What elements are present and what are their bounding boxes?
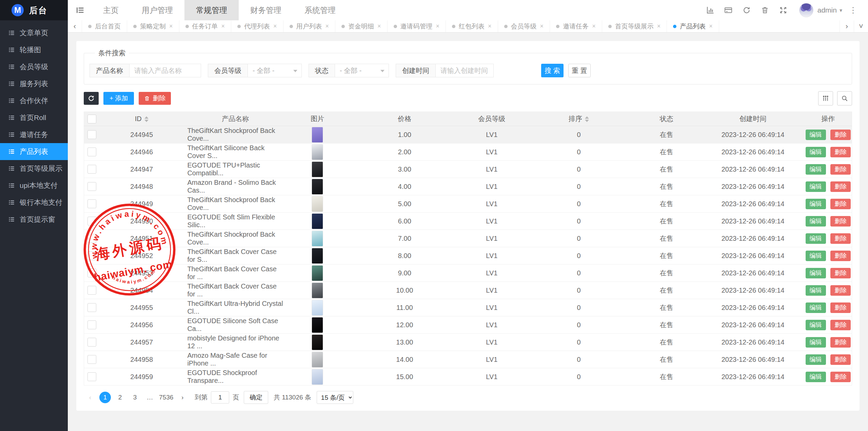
delete-row-button[interactable]: 删除 [830, 216, 851, 227]
product-image[interactable] [312, 196, 323, 212]
reset-button[interactable]: 重 置 [568, 64, 591, 77]
delete-button[interactable]: 删除 [139, 92, 171, 105]
tab-close-icon[interactable]: × [436, 23, 440, 30]
tab-close-icon[interactable]: × [592, 23, 596, 30]
delete-row-button[interactable]: 删除 [830, 302, 851, 313]
product-image[interactable] [312, 352, 323, 368]
sidebar-item[interactable]: 邀请任务 [0, 126, 68, 143]
delete-row-button[interactable]: 删除 [830, 164, 851, 175]
row-checkbox[interactable] [87, 165, 96, 174]
delete-row-button[interactable]: 删除 [830, 372, 851, 382]
page-number[interactable]: 7536 [159, 392, 173, 403]
sidebar-item[interactable]: 会员等级 [0, 58, 68, 75]
delete-row-button[interactable]: 删除 [830, 268, 851, 278]
tab[interactable]: 后台首页 [82, 20, 127, 32]
refresh-icon[interactable] [737, 6, 756, 14]
sidebar-item[interactable]: 服务列表 [0, 75, 68, 92]
tab[interactable]: 会员等级 × [498, 20, 550, 32]
product-image[interactable] [312, 179, 323, 195]
edit-row-button[interactable]: 编辑 [806, 181, 826, 192]
row-checkbox[interactable] [87, 286, 96, 295]
sidebar-item[interactable]: 首页等级展示 [0, 160, 68, 177]
row-checkbox[interactable] [87, 251, 96, 260]
delete-row-button[interactable]: 删除 [830, 199, 851, 209]
avatar[interactable] [799, 3, 813, 17]
edit-row-button[interactable]: 编辑 [806, 147, 826, 157]
tab[interactable]: 用户列表 × [283, 20, 336, 32]
edit-row-button[interactable]: 编辑 [806, 302, 826, 313]
tab-close-icon[interactable]: × [273, 23, 277, 30]
fullscreen-icon[interactable] [774, 6, 792, 14]
refresh-table-button[interactable] [84, 92, 99, 105]
tab-close-icon[interactable]: × [377, 23, 381, 30]
delete-row-button[interactable]: 删除 [830, 320, 851, 330]
product-image[interactable] [312, 248, 323, 264]
edit-row-button[interactable]: 编辑 [806, 251, 826, 261]
product-image[interactable] [312, 161, 323, 177]
tab[interactable]: 产品列表 × [667, 20, 719, 32]
topnav-item[interactable]: 财务管理 [239, 0, 293, 20]
edit-row-button[interactable]: 编辑 [806, 130, 826, 140]
tab[interactable]: 邀请任务 × [550, 20, 602, 32]
tab[interactable]: 邀请码管理 × [388, 20, 446, 32]
page-size-select[interactable]: 15 条/页 [317, 391, 353, 404]
sort-icon[interactable] [144, 116, 149, 122]
tab[interactable]: 资金明细 × [335, 20, 388, 32]
tabs-scroll-right-icon[interactable]: › [840, 20, 854, 32]
row-checkbox[interactable] [87, 338, 96, 347]
created-time-input[interactable] [435, 64, 494, 77]
edit-row-button[interactable]: 编辑 [806, 233, 826, 244]
row-checkbox[interactable] [87, 372, 96, 381]
page-number[interactable]: 1 [99, 392, 111, 403]
sidebar-item[interactable]: 银行本地支付 [0, 194, 68, 211]
status-select[interactable]: - 全部 - [335, 64, 389, 77]
tab-close-icon[interactable]: × [540, 23, 544, 30]
tabs-menu-icon[interactable]: ˅ [854, 20, 868, 32]
row-checkbox[interactable] [87, 130, 96, 139]
page-number[interactable]: 2 [114, 392, 126, 403]
edit-row-button[interactable]: 编辑 [806, 320, 826, 330]
row-checkbox[interactable] [87, 199, 96, 208]
product-image[interactable] [312, 317, 323, 333]
sidebar-item[interactable]: 合作伙伴 [0, 92, 68, 109]
columns-filter-icon[interactable] [818, 91, 833, 105]
delete-row-button[interactable]: 删除 [830, 251, 851, 261]
row-checkbox[interactable] [87, 234, 96, 243]
tab[interactable]: 代理列表 × [231, 20, 283, 32]
tab[interactable]: 红包列表 × [446, 20, 498, 32]
col-sort[interactable]: 排序 [526, 112, 632, 126]
tab[interactable]: 任务订单 × [179, 20, 232, 32]
trash-icon[interactable] [756, 6, 774, 14]
user-name[interactable]: admin [817, 6, 837, 14]
product-image[interactable] [312, 265, 323, 281]
tab-close-icon[interactable]: × [488, 23, 492, 30]
topnav-item[interactable]: 常规管理 [184, 0, 239, 20]
tabs-scroll-left-icon[interactable]: ‹ [68, 20, 82, 32]
topnav-item[interactable]: 系统管理 [293, 0, 347, 20]
tab-close-icon[interactable]: × [709, 23, 713, 30]
sidebar-item[interactable]: upi本地支付 [0, 177, 68, 194]
row-checkbox[interactable] [87, 217, 96, 226]
product-name-input[interactable] [129, 64, 201, 77]
search-button[interactable]: 搜 索 [541, 64, 564, 77]
edit-row-button[interactable]: 编辑 [806, 337, 826, 348]
edit-row-button[interactable]: 编辑 [806, 199, 826, 209]
product-image[interactable] [312, 300, 323, 316]
edit-row-button[interactable]: 编辑 [806, 372, 826, 382]
edit-row-button[interactable]: 编辑 [806, 285, 826, 296]
topnav-item[interactable]: 用户管理 [130, 0, 184, 20]
edit-row-button[interactable]: 编辑 [806, 354, 826, 365]
edit-row-button[interactable]: 编辑 [806, 268, 826, 278]
delete-row-button[interactable]: 删除 [830, 233, 851, 244]
delete-row-button[interactable]: 删除 [830, 285, 851, 296]
brand-logo[interactable]: M 后台 [0, 0, 68, 20]
chart-icon[interactable] [701, 6, 719, 14]
topnav-item[interactable]: 主页 [92, 0, 130, 20]
edit-row-button[interactable]: 编辑 [806, 216, 826, 227]
tab-close-icon[interactable]: × [326, 23, 329, 30]
sidebar-item[interactable]: 文章单页 [0, 24, 68, 41]
sidebar-item[interactable]: 产品列表 [0, 143, 68, 160]
export-search-icon[interactable] [837, 91, 852, 105]
goto-page-input[interactable] [211, 391, 229, 404]
select-all-checkbox[interactable] [87, 115, 96, 123]
